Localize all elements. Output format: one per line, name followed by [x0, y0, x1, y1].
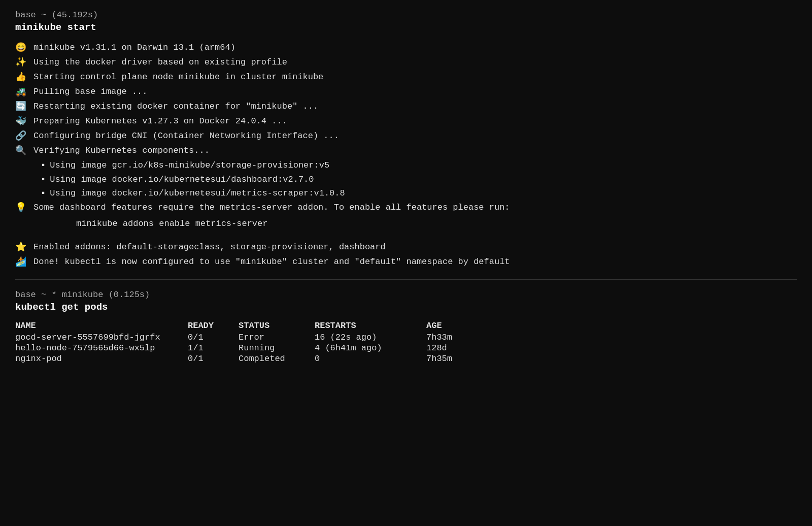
col-header-restarts: RESTARTS — [315, 321, 426, 331]
row1-age: 7h33m — [426, 333, 487, 342]
row3-name: nginx-pod — [15, 354, 188, 364]
row1-name: gocd-server-5557699bfd-jgrfx — [15, 333, 188, 342]
col-header-ready: READY — [188, 321, 239, 331]
note-text: Some dashboard features require the metr… — [33, 201, 797, 214]
bullet-line-1: ▪ Using image gcr.io/k8s-minikube/storag… — [15, 159, 797, 172]
command-2: kubectl get pods — [15, 302, 797, 313]
output-line-2: ✨ Using the docker driver based on exist… — [15, 56, 797, 70]
row1-status: Error — [239, 333, 315, 342]
prompt-2: base ~ * minikube (0.125s) — [15, 290, 797, 300]
row3-age: 7h35m — [426, 354, 487, 364]
section-divider — [15, 279, 797, 280]
command-1: minikube start — [15, 22, 797, 33]
emoji-footer-1: ⭐ — [15, 241, 33, 254]
row2-age: 128d — [426, 343, 487, 353]
bullet-text-1: Using image gcr.io/k8s-minikube/storage-… — [50, 159, 329, 172]
output-line-4: 🚜 Pulling base image ... — [15, 85, 797, 99]
row2-name: hello-node-7579565d66-wx5lp — [15, 343, 188, 353]
output-line-5: 🔄 Restarting existing docker container f… — [15, 100, 797, 114]
output-line-7: 🔗 Configuring bridge CNI (Container Netw… — [15, 129, 797, 143]
row3-restarts: 0 — [315, 354, 426, 364]
bullet-line-2: ▪ Using image docker.io/kubernetesui/das… — [15, 173, 797, 186]
table-row: hello-node-7579565d66-wx5lp 1/1 Running … — [15, 343, 797, 353]
output-line-6: 🐳 Preparing Kubernetes v1.27.3 on Docker… — [15, 115, 797, 128]
prompt-1: base ~ (45.192s) — [15, 10, 797, 20]
table-header: NAME READY STATUS RESTARTS AGE — [15, 321, 797, 331]
footer-text-2: Done! kubectl is now configured to use "… — [33, 255, 797, 269]
output-text-6: Preparing Kubernetes v1.27.3 on Docker 2… — [33, 115, 797, 128]
bullet-text-2: Using image docker.io/kubernetesui/dashb… — [50, 173, 314, 186]
emoji-3: 👍 — [15, 71, 33, 84]
emoji-4: 🚜 — [15, 85, 33, 99]
kubectl-get-pods-section: base ~ * minikube (0.125s) kubectl get p… — [15, 290, 797, 364]
bullet-char-3: ▪ — [41, 187, 46, 200]
table-row: gocd-server-5557699bfd-jgrfx 0/1 Error 1… — [15, 333, 797, 342]
output-text-5: Restarting existing docker container for… — [33, 100, 797, 113]
note-command: minikube addons enable metrics-server — [15, 219, 797, 228]
row3-ready: 0/1 — [188, 354, 239, 364]
col-header-status: STATUS — [239, 321, 315, 331]
minikube-start-section: base ~ (45.192s) minikube start 😄 miniku… — [15, 10, 797, 269]
row1-restarts: 16 (22s ago) — [315, 333, 426, 342]
footer-line-2: 🏄 Done! kubectl is now configured to use… — [15, 255, 797, 269]
emoji-8: 🔍 — [15, 144, 33, 158]
emoji-footer-2: 🏄 — [15, 255, 33, 269]
footer-line-1: ⭐ Enabled addons: default-storageclass, … — [15, 241, 797, 254]
emoji-7: 🔗 — [15, 129, 33, 143]
emoji-2: ✨ — [15, 56, 33, 70]
emoji-6: 🐳 — [15, 115, 33, 128]
bullet-line-3: ▪ Using image docker.io/kubernetesui/met… — [15, 187, 797, 200]
output-line-1: 😄 minikube v1.31.1 on Darwin 13.1 (arm64… — [15, 41, 797, 55]
output-text-8: Verifying Kubernetes components... — [33, 144, 797, 157]
row1-ready: 0/1 — [188, 333, 239, 342]
output-line-8: 🔍 Verifying Kubernetes components... — [15, 144, 797, 158]
output-text-7: Configuring bridge CNI (Container Networ… — [33, 129, 797, 143]
terminal-window: base ~ (45.192s) minikube start 😄 miniku… — [0, 0, 812, 526]
row2-ready: 1/1 — [188, 343, 239, 353]
emoji-5: 🔄 — [15, 100, 33, 114]
output-text-4: Pulling base image ... — [33, 85, 797, 98]
col-header-name: NAME — [15, 321, 188, 331]
row3-status: Completed — [239, 354, 315, 364]
output-text-3: Starting control plane node minikube in … — [33, 71, 797, 84]
output-text-2: Using the docker driver based on existin… — [33, 56, 797, 69]
footer-text-1: Enabled addons: default-storageclass, st… — [33, 241, 797, 254]
emoji-note: 💡 — [15, 201, 33, 215]
output-line-3: 👍 Starting control plane node minikube i… — [15, 71, 797, 84]
output-text-1: minikube v1.31.1 on Darwin 13.1 (arm64) — [33, 41, 797, 54]
emoji-1: 😄 — [15, 41, 33, 55]
col-header-age: AGE — [426, 321, 487, 331]
bullet-char-1: ▪ — [41, 159, 46, 172]
row2-status: Running — [239, 343, 315, 353]
bullet-text-3: Using image docker.io/kubernetesui/metri… — [50, 187, 345, 200]
table-row: nginx-pod 0/1 Completed 0 7h35m — [15, 354, 797, 364]
note-line: 💡 Some dashboard features require the me… — [15, 201, 797, 215]
bullet-char-2: ▪ — [41, 173, 46, 186]
row2-restarts: 4 (6h41m ago) — [315, 343, 426, 353]
